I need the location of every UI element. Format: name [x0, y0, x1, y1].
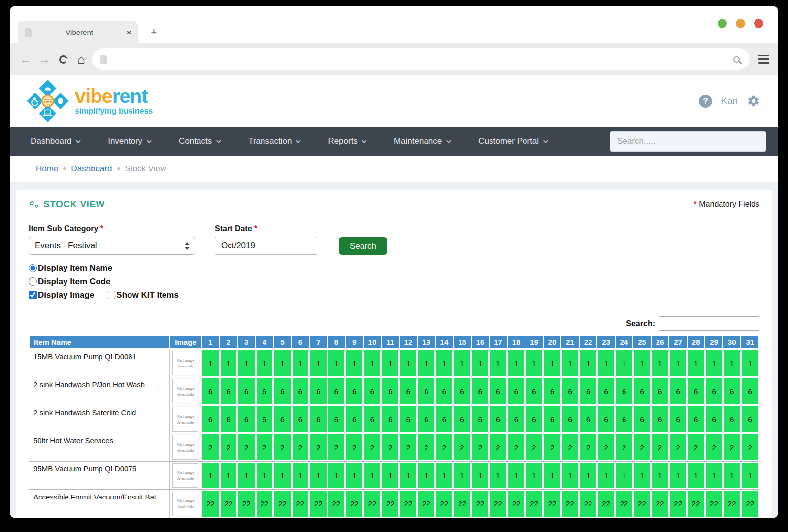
day-column-header[interactable]: 28: [687, 335, 705, 349]
availability-cell[interactable]: 6: [309, 377, 328, 405]
availability-cell[interactable]: 2: [489, 433, 507, 461]
availability-cell[interactable]: 6: [237, 405, 256, 433]
availability-cell[interactable]: 1: [309, 349, 328, 377]
availability-cell[interactable]: 6: [328, 377, 346, 405]
availability-cell[interactable]: 1: [399, 349, 418, 377]
show-kit-items-label[interactable]: Show KIT Items: [116, 290, 179, 300]
forward-icon[interactable]: →: [37, 52, 51, 66]
availability-cell[interactable]: 22: [651, 490, 669, 518]
availability-cell[interactable]: 22: [292, 490, 310, 518]
availability-cell[interactable]: 2: [435, 433, 454, 461]
availability-cell[interactable]: 1: [292, 462, 310, 489]
day-column-header[interactable]: 6: [292, 335, 310, 349]
availability-cell[interactable]: 1: [705, 349, 723, 377]
availability-cell[interactable]: 6: [417, 377, 435, 405]
availability-cell[interactable]: 2: [543, 433, 561, 461]
availability-cell[interactable]: 6: [471, 377, 490, 405]
availability-cell[interactable]: 1: [687, 462, 705, 489]
availability-cell[interactable]: 6: [651, 405, 669, 433]
availability-cell[interactable]: 2: [525, 433, 543, 461]
availability-cell[interactable]: 6: [309, 405, 328, 433]
user-name[interactable]: Kari: [721, 96, 738, 106]
availability-cell[interactable]: 1: [543, 462, 561, 489]
display-image-checkbox[interactable]: [29, 291, 37, 299]
day-column-header[interactable]: 12: [399, 335, 418, 349]
availability-cell[interactable]: 6: [453, 405, 471, 433]
image-column-header[interactable]: Image: [170, 335, 201, 349]
availability-cell[interactable]: 22: [417, 490, 435, 518]
availability-cell[interactable]: 1: [453, 349, 471, 377]
availability-cell[interactable]: 6: [669, 405, 687, 433]
availability-cell[interactable]: 2: [741, 433, 759, 461]
availability-cell[interactable]: 2: [237, 433, 256, 461]
day-column-header[interactable]: 17: [489, 335, 507, 349]
availability-cell[interactable]: 22: [256, 490, 274, 518]
availability-cell[interactable]: 6: [633, 405, 651, 433]
settings-gear-icon[interactable]: [747, 94, 760, 108]
availability-cell[interactable]: 1: [615, 462, 633, 489]
availability-cell[interactable]: 6: [417, 405, 435, 433]
availability-cell[interactable]: 2: [363, 433, 382, 461]
availability-cell[interactable]: 6: [399, 377, 418, 405]
close-light[interactable]: [754, 19, 763, 28]
nav-item-contacts[interactable]: Contacts: [170, 136, 229, 146]
availability-cell[interactable]: 1: [687, 349, 705, 377]
availability-cell[interactable]: 22: [399, 490, 418, 518]
minimize-light[interactable]: [718, 19, 727, 28]
availability-cell[interactable]: 6: [381, 377, 399, 405]
availability-cell[interactable]: 6: [723, 377, 741, 405]
availability-cell[interactable]: 6: [543, 405, 561, 433]
availability-cell[interactable]: 2: [561, 433, 579, 461]
availability-cell[interactable]: 22: [201, 490, 220, 518]
availability-cell[interactable]: 22: [471, 490, 490, 518]
availability-cell[interactable]: 1: [723, 349, 741, 377]
search-button[interactable]: Search: [339, 237, 387, 255]
availability-cell[interactable]: 22: [273, 490, 292, 518]
availability-cell[interactable]: 6: [363, 405, 382, 433]
availability-cell[interactable]: 1: [489, 462, 507, 489]
browser-tab[interactable]: Viberent ×: [18, 21, 138, 43]
availability-cell[interactable]: 6: [579, 405, 597, 433]
availability-cell[interactable]: 6: [201, 405, 220, 433]
availability-cell[interactable]: 22: [525, 490, 543, 518]
availability-cell[interactable]: 1: [256, 462, 274, 489]
availability-cell[interactable]: 2: [399, 433, 418, 461]
availability-cell[interactable]: 6: [543, 377, 561, 405]
availability-cell[interactable]: 6: [435, 377, 454, 405]
availability-cell[interactable]: 1: [633, 462, 651, 489]
availability-cell[interactable]: 22: [328, 490, 346, 518]
availability-cell[interactable]: 1: [597, 462, 615, 489]
availability-cell[interactable]: 1: [633, 349, 651, 377]
availability-cell[interactable]: 6: [256, 377, 274, 405]
availability-cell[interactable]: 6: [489, 377, 507, 405]
availability-cell[interactable]: 1: [669, 349, 687, 377]
show-kit-items-checkbox[interactable]: [107, 291, 115, 299]
availability-cell[interactable]: 6: [507, 405, 525, 433]
day-column-header[interactable]: 13: [417, 335, 435, 349]
availability-cell[interactable]: 6: [220, 405, 238, 433]
availability-cell[interactable]: 22: [435, 490, 454, 518]
nav-item-transaction[interactable]: Transaction: [239, 136, 308, 146]
availability-cell[interactable]: 6: [201, 377, 220, 405]
availability-cell[interactable]: 1: [561, 349, 579, 377]
availability-cell[interactable]: 6: [328, 405, 346, 433]
display-item-code-label[interactable]: Display Item Code: [38, 277, 110, 287]
day-column-header[interactable]: 15: [453, 335, 471, 349]
availability-cell[interactable]: 1: [237, 349, 256, 377]
availability-cell[interactable]: 1: [723, 462, 741, 489]
availability-cell[interactable]: 1: [525, 462, 543, 489]
day-column-header[interactable]: 25: [633, 335, 651, 349]
availability-cell[interactable]: 2: [381, 433, 399, 461]
availability-cell[interactable]: 6: [597, 405, 615, 433]
day-column-header[interactable]: 19: [525, 335, 543, 349]
availability-cell[interactable]: 6: [741, 377, 759, 405]
availability-cell[interactable]: 1: [363, 349, 382, 377]
availability-cell[interactable]: 22: [597, 490, 615, 518]
home-icon[interactable]: ⌂: [77, 53, 85, 66]
availability-cell[interactable]: 1: [435, 349, 454, 377]
availability-cell[interactable]: 2: [273, 433, 292, 461]
day-column-header[interactable]: 26: [651, 335, 669, 349]
day-column-header[interactable]: 29: [705, 335, 723, 349]
availability-cell[interactable]: 2: [615, 433, 633, 461]
availability-cell[interactable]: 1: [345, 462, 363, 489]
